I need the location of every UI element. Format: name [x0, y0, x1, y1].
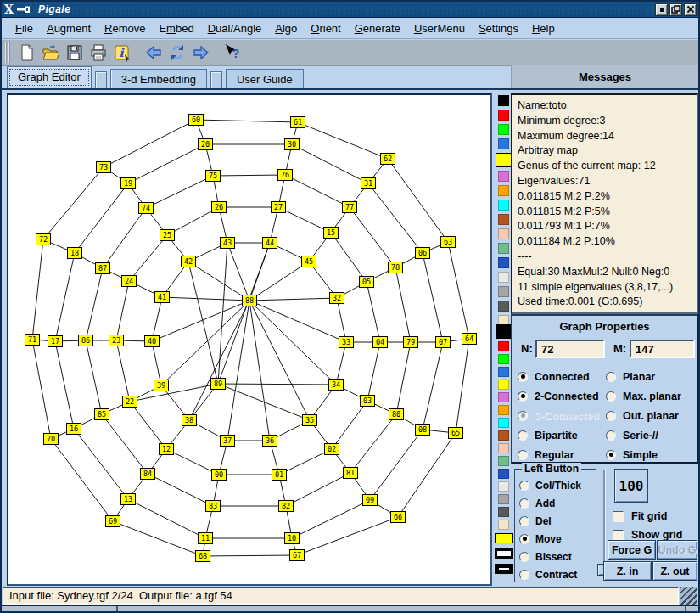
graph-node-22[interactable]: 22 [123, 396, 137, 408]
graph-node-35[interactable]: 35 [303, 415, 317, 426]
graph-node-20[interactable]: 20 [199, 139, 213, 150]
graph-node-37[interactable]: 37 [221, 436, 235, 447]
edge-color-swatch-0[interactable] [498, 95, 509, 106]
graph-node-81[interactable]: 81 [344, 468, 358, 479]
m-value-field[interactable]: 147 [630, 340, 695, 358]
graph-node-15[interactable]: 15 [324, 228, 339, 239]
edge-color-swatch-3[interactable] [498, 138, 509, 149]
graph-node-65[interactable]: 65 [449, 428, 463, 439]
graph-node-33[interactable]: 33 [339, 337, 354, 348]
edge-color-swatch-12[interactable] [498, 272, 509, 283]
graph-node-23[interactable]: 23 [109, 335, 124, 346]
tab-graph-editor[interactable]: Graph Editor [7, 66, 92, 88]
graph-node-41[interactable]: 41 [155, 292, 170, 303]
graph-node-09[interactable]: 09 [363, 495, 378, 506]
property-simple[interactable]: Simple [606, 445, 695, 464]
graph-node-02[interactable]: 02 [325, 444, 339, 455]
property-3-connected[interactable]: 3-Connected [518, 406, 606, 425]
edge-color-swatch-6[interactable] [498, 185, 509, 196]
graph-node-45[interactable]: 45 [302, 256, 316, 267]
graph-node-72[interactable]: 72 [36, 234, 51, 245]
graph-node-40[interactable]: 40 [145, 336, 160, 347]
edge-color-swatch-7[interactable] [498, 200, 509, 211]
graph-node-19[interactable]: 19 [121, 178, 136, 189]
edge-color-swatch-1[interactable] [498, 110, 509, 121]
title-bar[interactable]: X Pigale [2, 2, 698, 18]
graph-node-43[interactable]: 43 [221, 238, 235, 249]
graph-node-07[interactable]: 07 [436, 337, 451, 348]
graph-node-31[interactable]: 31 [361, 178, 376, 189]
info-note-button[interactable]: i [111, 42, 133, 64]
edge-color-swatch-5[interactable] [498, 171, 509, 182]
graph-node-66[interactable]: 66 [391, 512, 406, 523]
graph-node-38[interactable]: 38 [182, 415, 197, 426]
graph-node-88[interactable]: 88 [243, 295, 257, 306]
node-color-swatch-9[interactable] [498, 443, 509, 453]
graph-node-71[interactable]: 71 [25, 335, 40, 346]
menu-dual-angle[interactable]: Dual/Angle [201, 20, 269, 37]
graph-node-75[interactable]: 75 [206, 171, 221, 182]
graph-node-73[interactable]: 73 [97, 162, 111, 173]
graph-node-67[interactable]: 67 [290, 550, 305, 561]
graph-node-64[interactable]: 64 [462, 334, 477, 345]
property-out-planar[interactable]: Out. planar [606, 406, 695, 425]
node-color-swatch-3[interactable] [498, 367, 509, 377]
node-color-swatch-15[interactable] [498, 520, 509, 530]
graph-node-39[interactable]: 39 [154, 380, 169, 391]
graph-node-76[interactable]: 76 [278, 170, 293, 181]
node-color-swatch-7[interactable] [498, 418, 509, 428]
graph-node-27[interactable]: 27 [272, 202, 286, 213]
edge-color-swatch-4[interactable] [496, 153, 512, 167]
graph-node-16[interactable]: 16 [67, 424, 81, 435]
tab-user-guide[interactable]: User Guide [226, 69, 304, 88]
mode-add[interactable]: Add [519, 494, 594, 512]
graph-node-13[interactable]: 13 [121, 494, 136, 505]
edge-color-swatch-8[interactable] [498, 214, 509, 225]
graph-node-10[interactable]: 10 [285, 533, 300, 544]
property-planar[interactable]: Planar [606, 367, 695, 386]
node-color-swatch-12[interactable] [498, 481, 509, 492]
graph-node-77[interactable]: 77 [343, 202, 357, 213]
forward-arrow-button[interactable] [190, 42, 212, 64]
graph-node-06[interactable]: 06 [416, 248, 430, 259]
menu-orient[interactable]: Orient [304, 20, 347, 37]
menu-remove[interactable]: Remove [98, 20, 152, 37]
graph-node-84[interactable]: 84 [141, 469, 155, 480]
graph-node-79[interactable]: 79 [404, 337, 418, 348]
resize-grip[interactable] [680, 587, 697, 605]
edge-color-swatch-10[interactable] [498, 243, 509, 254]
graph-node-03[interactable]: 03 [361, 396, 375, 407]
z-out-button[interactable]: Z. out [652, 561, 697, 581]
graph-node-85[interactable]: 85 [95, 409, 109, 420]
menu-generate[interactable]: Generate [348, 20, 407, 37]
graph-node-32[interactable]: 32 [330, 293, 344, 304]
graph-node-69[interactable]: 69 [106, 516, 120, 527]
graph-node-25[interactable]: 25 [160, 230, 175, 241]
graph-node-63[interactable]: 63 [441, 237, 456, 248]
close-button[interactable] [684, 3, 697, 16]
whats-this-button[interactable]: ? [221, 42, 244, 64]
mode-contract[interactable]: Contract [519, 565, 594, 583]
edge-color-swatch-14[interactable] [498, 301, 509, 312]
graph-node-82[interactable]: 82 [279, 501, 294, 512]
node-color-swatch-0[interactable] [496, 324, 512, 339]
graph-node-70[interactable]: 70 [44, 434, 59, 445]
mode-bissect[interactable]: Bissect [519, 548, 594, 565]
mode-move[interactable]: Move [519, 530, 594, 548]
property-bipartite[interactable]: Bipartite [518, 425, 606, 445]
graph-node-68[interactable]: 68 [196, 551, 210, 562]
maximize-button[interactable] [669, 3, 682, 16]
property-connected[interactable]: Connected [518, 367, 606, 386]
node-color-swatch-14[interactable] [498, 507, 509, 517]
mode-del[interactable]: Del [519, 512, 594, 530]
node-color-swatch-5[interactable] [498, 392, 509, 402]
menu-embed[interactable]: Embed [152, 20, 200, 37]
graph-node-24[interactable]: 24 [122, 276, 137, 287]
graph-node-36[interactable]: 36 [263, 436, 277, 447]
undo-g-button[interactable]: Undo G [657, 540, 697, 560]
new-document-button[interactable] [16, 42, 38, 64]
graph-node-62[interactable]: 62 [381, 154, 395, 165]
menu-augment[interactable]: Augment [40, 20, 98, 37]
menu-file[interactable]: File [8, 20, 40, 37]
graph-node-18[interactable]: 18 [68, 248, 82, 259]
